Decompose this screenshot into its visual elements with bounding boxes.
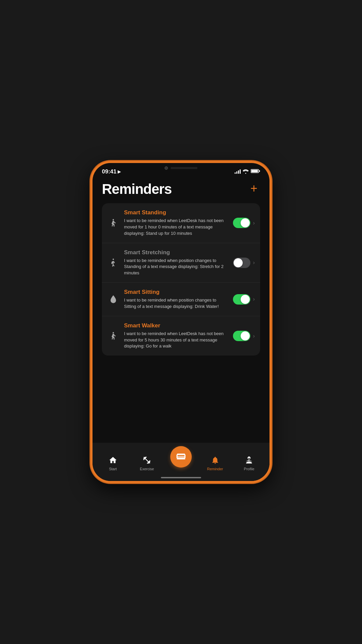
status-time: 09:41 ▶ [102, 168, 121, 175]
smart-stretching-content: Smart Stretching I want to be reminded w… [124, 249, 228, 277]
smart-stretching-title: Smart Stretching [124, 249, 228, 256]
smart-walker-controls: › [233, 331, 255, 341]
smart-walker-desc: I want to be reminded when LeetDesk has … [124, 331, 228, 350]
smart-sitting-chevron[interactable]: › [253, 296, 255, 302]
smart-sitting-content: Smart Sitting I want to be reminded when… [124, 289, 228, 310]
smart-sitting-title: Smart Sitting [124, 289, 228, 296]
smart-sitting-toggle[interactable] [233, 294, 250, 305]
dumbbell-icon [142, 455, 152, 465]
smart-sitting-desc: I want to be reminded when position chan… [124, 297, 228, 310]
status-indicators [235, 169, 260, 175]
walking-icon [107, 218, 119, 228]
svg-rect-2 [259, 170, 260, 172]
add-reminder-button[interactable]: + [248, 181, 260, 196]
main-content: Reminders + Smart Standing I want to be … [93, 178, 269, 443]
nav-label-reminder: Reminder [207, 467, 223, 471]
nav-item-profile[interactable]: Profile [237, 455, 261, 471]
smart-stretching-desc: I want to be reminded when position chan… [124, 258, 228, 277]
home-icon [108, 455, 118, 465]
smart-standing-title: Smart Standing [124, 209, 228, 216]
nav-label-exercise: Exercise [140, 467, 154, 471]
smart-standing-controls: › [233, 218, 255, 228]
desk-fab-button[interactable] [170, 446, 192, 468]
nav-label-profile: Profile [244, 467, 254, 471]
smart-walker-toggle[interactable] [233, 331, 250, 341]
phone-frame: 09:41 ▶ [90, 161, 272, 483]
nav-item-desk[interactable] [169, 446, 193, 471]
battery-icon [251, 169, 260, 175]
smart-stretching-chevron[interactable]: › [253, 260, 255, 266]
water-drop-icon [107, 294, 119, 304]
smart-walker-content: Smart Walker I want to be reminded when … [124, 322, 228, 350]
page-header: Reminders + [102, 178, 260, 197]
reminder-item-smart-standing[interactable]: Smart Standing I want to be reminded whe… [102, 203, 260, 243]
smart-walker-title: Smart Walker [124, 322, 228, 329]
stretching-icon [107, 258, 119, 267]
svg-point-5 [113, 332, 114, 333]
smart-stretching-controls: › [233, 258, 255, 268]
reminder-item-smart-walker[interactable]: Smart Walker I want to be reminded when … [102, 316, 260, 356]
time-display: 09:41 [102, 168, 116, 175]
home-indicator [161, 477, 201, 478]
bell-icon [210, 455, 220, 465]
signal-icon [235, 170, 241, 174]
bottom-navigation: Start Exercise [93, 443, 269, 481]
page-title: Reminders [102, 181, 172, 197]
smart-walker-chevron[interactable]: › [253, 333, 255, 339]
reminder-item-smart-sitting[interactable]: Smart Sitting I want to be reminded when… [102, 283, 260, 316]
nav-item-start[interactable]: Start [101, 455, 125, 471]
smart-standing-chevron[interactable]: › [253, 220, 255, 226]
reminder-item-smart-stretching[interactable]: Smart Stretching I want to be reminded w… [102, 243, 260, 283]
wifi-icon [243, 169, 249, 175]
smart-standing-content: Smart Standing I want to be reminded whe… [124, 209, 228, 237]
nav-item-exercise[interactable]: Exercise [135, 455, 159, 471]
location-icon: ▶ [118, 169, 121, 174]
dynamic-island [171, 167, 197, 169]
status-bar: 09:41 ▶ [93, 163, 269, 178]
screen: 09:41 ▶ [93, 163, 269, 481]
nav-item-reminder[interactable]: Reminder [203, 455, 227, 471]
reminders-list: Smart Standing I want to be reminded whe… [102, 203, 260, 356]
svg-rect-1 [251, 170, 258, 172]
camera-dot [165, 166, 168, 170]
profile-icon [244, 455, 254, 465]
smart-standing-toggle[interactable] [233, 218, 250, 228]
smart-standing-desc: I want to be reminded when LeetDesk has … [124, 218, 228, 237]
walker-icon [107, 331, 119, 341]
svg-point-3 [113, 219, 114, 220]
smart-sitting-controls: › [233, 294, 255, 305]
smart-stretching-toggle[interactable] [233, 258, 250, 268]
svg-point-4 [113, 259, 114, 260]
nav-label-start: Start [109, 467, 117, 471]
